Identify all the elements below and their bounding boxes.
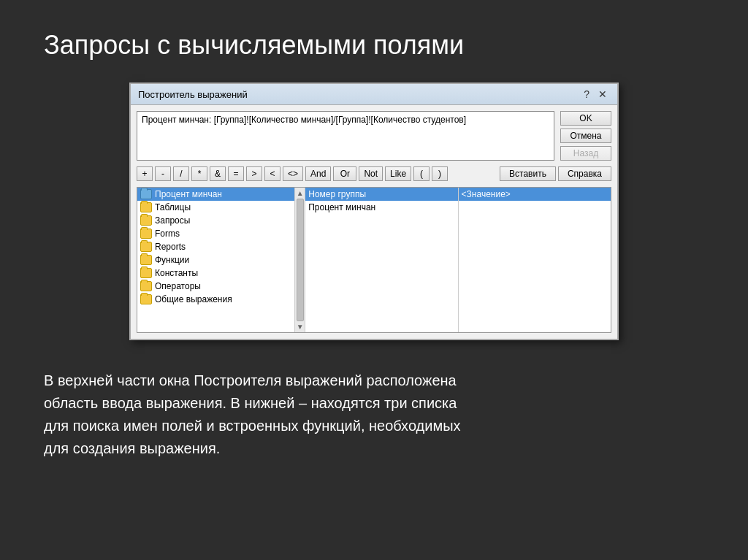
list1-item-7: Операторы bbox=[155, 281, 201, 291]
dialog-controls: ? ✕ bbox=[581, 88, 610, 100]
list-item[interactable]: Операторы bbox=[137, 280, 305, 293]
description-text: В верхней части окна Построителя выражен… bbox=[44, 369, 704, 460]
list-item[interactable]: Reports bbox=[137, 240, 305, 253]
list1-item-0: Процент минчан bbox=[155, 189, 222, 199]
list1-item-1: Таблицы bbox=[155, 202, 191, 212]
expression-buttons: OK Отмена Назад bbox=[560, 111, 611, 161]
op-like[interactable]: Like bbox=[385, 166, 411, 181]
dialog-close-button[interactable]: ✕ bbox=[595, 88, 610, 100]
list1-item-6: Константы bbox=[155, 268, 198, 278]
op-lparen[interactable]: ( bbox=[413, 166, 430, 181]
list-item[interactable]: <Значение> bbox=[459, 188, 611, 201]
operators-row: + - / * & = > < <> And Or Not Like ( ) В… bbox=[137, 166, 611, 181]
dialog-title: Построитель выражений bbox=[138, 89, 248, 100]
folder-yellow-icon bbox=[140, 281, 152, 291]
list-item[interactable]: Forms bbox=[137, 227, 305, 240]
op-lt[interactable]: < bbox=[264, 166, 280, 181]
folder-yellow-icon bbox=[140, 229, 152, 239]
folder-yellow-icon bbox=[140, 255, 152, 265]
list1-item-5: Функции bbox=[155, 255, 189, 265]
op-eq[interactable]: = bbox=[228, 166, 244, 181]
list2[interactable]: Номер группы Процент минчан bbox=[305, 188, 458, 332]
list-item[interactable]: Запросы bbox=[137, 214, 305, 227]
list1-item-4: Reports bbox=[155, 242, 186, 252]
folder-yellow-icon bbox=[140, 242, 152, 252]
dialog-body: OK Отмена Назад + - / * & = > < <> And O… bbox=[131, 105, 617, 339]
list1-scrollbar[interactable]: ▲ ▼ bbox=[294, 188, 305, 332]
folder-yellow-icon bbox=[140, 202, 152, 212]
op-ampersand[interactable]: & bbox=[210, 166, 226, 181]
op-plus[interactable]: + bbox=[137, 166, 153, 181]
op-minus[interactable]: - bbox=[155, 166, 171, 181]
list-item[interactable]: Процент минчан bbox=[137, 188, 305, 201]
dialog-window: Построитель выражений ? ✕ OK Отмена Наза… bbox=[129, 83, 619, 340]
op-neq[interactable]: <> bbox=[283, 166, 303, 181]
op-not[interactable]: Not bbox=[359, 166, 383, 181]
list-item[interactable]: Таблицы bbox=[137, 201, 305, 214]
list-item[interactable]: Процент минчан bbox=[305, 201, 457, 214]
list2-item-0: Номер группы bbox=[308, 189, 366, 199]
list3-item-0: <Значение> bbox=[462, 189, 511, 199]
list-item[interactable]: Функции bbox=[137, 253, 305, 266]
list1[interactable]: Процент минчан Таблицы Запросы Forms Rep… bbox=[137, 188, 305, 332]
list3[interactable]: <Значение> bbox=[459, 188, 611, 332]
folder-blue-icon bbox=[140, 189, 152, 199]
list1-item-3: Forms bbox=[155, 229, 180, 239]
insert-button[interactable]: Вставить bbox=[500, 166, 556, 181]
op-and[interactable]: And bbox=[305, 166, 331, 181]
cancel-button[interactable]: Отмена bbox=[560, 129, 611, 143]
ok-button[interactable]: OK bbox=[560, 111, 611, 126]
folder-yellow-icon bbox=[140, 268, 152, 278]
list-item[interactable]: Общие выражения bbox=[137, 293, 305, 306]
lists-area: Процент минчан Таблицы Запросы Forms Rep… bbox=[137, 187, 611, 333]
op-or[interactable]: Or bbox=[333, 166, 356, 181]
folder-yellow-icon bbox=[140, 215, 152, 226]
op-gt[interactable]: > bbox=[246, 166, 262, 181]
dialog-titlebar: Построитель выражений ? ✕ bbox=[131, 84, 617, 105]
list-item[interactable]: Номер группы bbox=[305, 188, 457, 201]
expression-area: OK Отмена Назад bbox=[137, 111, 611, 161]
list1-item-8: Общие выражения bbox=[155, 294, 232, 304]
back-button[interactable]: Назад bbox=[560, 146, 611, 161]
help-button[interactable]: Справка bbox=[558, 166, 611, 181]
folder-yellow-icon bbox=[140, 294, 152, 304]
expression-input[interactable] bbox=[137, 111, 554, 161]
slide-title: Запросы с вычисляемыми полями bbox=[44, 29, 704, 61]
op-rparen[interactable]: ) bbox=[432, 166, 448, 181]
list2-item-1: Процент минчан bbox=[308, 202, 375, 212]
list-item[interactable]: Константы bbox=[137, 266, 305, 280]
dialog-help-button[interactable]: ? bbox=[581, 88, 592, 100]
op-multiply[interactable]: * bbox=[191, 166, 207, 181]
list1-item-2: Запросы bbox=[155, 215, 190, 226]
op-divide[interactable]: / bbox=[173, 166, 189, 181]
